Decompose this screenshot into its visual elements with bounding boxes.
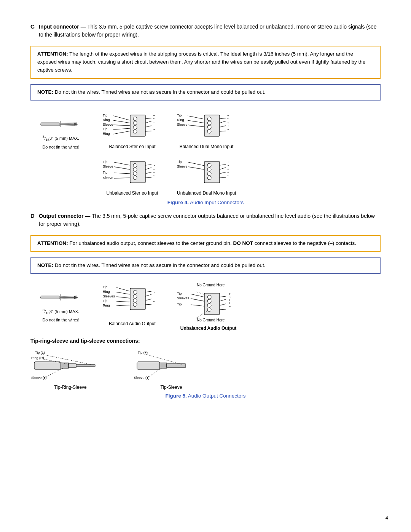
svg-line-119 <box>145 291 151 292</box>
attention-label-2: ATTENTION: <box>37 240 68 246</box>
svg-point-81 <box>207 163 211 167</box>
note-box-1: NOTE: Do not tin the wires. Tinned wires… <box>30 84 381 101</box>
output-do-not-tin-label: Do not tin the wires! <box>42 318 79 322</box>
svg-point-118 <box>133 303 137 307</box>
unbalanced-stereo-input-label: Unbalanced Ster eo Input <box>106 190 158 196</box>
svg-line-141 <box>220 299 226 301</box>
svg-text:Tip: Tip <box>177 113 182 117</box>
wire-strip-svg <box>32 113 89 136</box>
output-diagrams-section: 3/163" (5 mm) MAX. Do not tin the wires!… <box>30 283 381 331</box>
svg-point-83 <box>207 172 211 176</box>
section-c-bold: Input connector <box>39 24 79 30</box>
trs-figure: Tip (L) Ring (R) Sleeve (♦) Tip-Ring-Sle… <box>30 348 110 390</box>
output-row-1: Tip Ring Sleeves Tip Ring <box>103 283 240 331</box>
balanced-audio-output-svg: Tip Ring Sleeves Tip Ring <box>103 283 162 319</box>
svg-point-24 <box>133 129 137 133</box>
svg-rect-40 <box>204 115 220 136</box>
svg-line-110 <box>116 292 130 294</box>
svg-line-142 <box>220 304 226 305</box>
section-c-letter: C <box>30 23 39 30</box>
svg-point-43 <box>207 125 211 129</box>
page-number: 4 <box>386 515 388 521</box>
svg-text:Sleeve: Sleeve <box>177 123 188 126</box>
svg-line-109 <box>116 288 130 291</box>
section-d-letter: D <box>30 212 39 219</box>
svg-line-58 <box>114 162 130 165</box>
svg-line-86 <box>220 168 226 169</box>
svg-text:Tip: Tip <box>177 302 182 306</box>
svg-point-22 <box>133 121 137 125</box>
svg-point-63 <box>133 163 137 167</box>
svg-text:Tip: Tip <box>177 160 182 164</box>
connector-diagrams-output: Tip Ring Sleeves Tip Ring <box>103 283 240 331</box>
svg-line-68 <box>145 168 151 169</box>
section-d-body: — The 3.5 mm, 5-pole captive screw conne… <box>39 213 375 227</box>
figure5-caption: Figure 5. Audio Output Connectors <box>30 393 381 399</box>
svg-text:Sleeve: Sleeve <box>103 123 113 126</box>
svg-point-65 <box>133 172 137 176</box>
svg-text:Sleeves: Sleeves <box>177 296 190 300</box>
unbalanced-dual-mono-input-figure: Tip Sleeve + ~ + + <box>177 156 236 196</box>
tip-ring-title: Tip-ring-sleeve and tip-sleeve connectio… <box>30 338 381 344</box>
svg-line-120 <box>145 294 151 296</box>
input-row-2: Tip Sleeve Tip Sleeve <box>103 156 236 196</box>
svg-point-42 <box>207 121 211 125</box>
balanced-audio-output-label: Balanced Audio Output <box>109 321 156 326</box>
svg-text:~: ~ <box>227 117 229 121</box>
svg-line-60 <box>114 173 130 174</box>
note-text-2: Do not tin the wires. Tinned wires are n… <box>53 262 266 268</box>
svg-text:Ring: Ring <box>177 118 184 122</box>
tip-ring-section: Tip-ring-sleeve and tip-sleeve connectio… <box>30 338 381 390</box>
svg-rect-150 <box>34 362 61 369</box>
svg-text:~: ~ <box>227 163 229 167</box>
balanced-dual-mono-input-figure: Tip Ring Sleeve <box>177 110 236 149</box>
unbalanced-stereo-input-figure: Tip Sleeve Tip Sleeve <box>103 156 162 196</box>
svg-line-143 <box>220 309 226 310</box>
unbalanced-audio-output-figure: No Ground Here Tip Sleeves Tip <box>177 283 240 331</box>
svg-text:Sleeve (♦): Sleeve (♦) <box>31 376 47 380</box>
svg-line-39 <box>188 125 204 127</box>
svg-line-17 <box>113 125 130 126</box>
unbalanced-dual-mono-input-label: Unbalanced Dual Mono Input <box>177 190 236 196</box>
svg-rect-62 <box>130 161 145 183</box>
svg-text:Ring (R): Ring (R) <box>31 356 44 360</box>
connector-diagrams-input: Tip Ring Sleeve Tip Ring <box>103 110 236 196</box>
svg-point-136 <box>207 295 211 299</box>
svg-line-111 <box>116 297 130 298</box>
svg-text:Tip: Tip <box>177 292 182 296</box>
svg-line-69 <box>145 172 151 174</box>
svg-rect-152 <box>68 364 76 367</box>
svg-line-85 <box>220 165 226 165</box>
svg-point-41 <box>207 117 211 121</box>
figure5-title: Audio Output Connectors <box>188 393 246 399</box>
svg-line-48 <box>220 131 226 131</box>
svg-line-122 <box>145 304 151 305</box>
svg-point-117 <box>133 299 137 302</box>
svg-text:Sleeves: Sleeves <box>103 294 115 298</box>
svg-point-137 <box>207 299 211 303</box>
ts-label: Tip-Sleeve <box>161 385 182 390</box>
svg-point-44 <box>207 129 211 133</box>
attention-label-1: ATTENTION: <box>37 51 68 57</box>
svg-line-37 <box>188 116 204 119</box>
svg-line-15 <box>113 116 130 120</box>
trs-label: Tip-Ring-Sleeve <box>54 385 87 390</box>
svg-rect-114 <box>130 288 145 310</box>
note-label-1: NOTE: <box>37 89 53 95</box>
section-c: C Input connector — This 3.5 mm, 5-pole … <box>30 23 381 39</box>
figure4-link: Figure 4. Audio Input Connectors <box>167 200 244 205</box>
svg-text:Ring: Ring <box>103 132 110 136</box>
svg-line-113 <box>116 305 130 306</box>
svg-text:~: ~ <box>227 128 229 131</box>
attention-box-1: ATTENTION: The length of the exposed wir… <box>30 46 381 79</box>
svg-text:Sleeve (♦): Sleeve (♦) <box>134 376 150 380</box>
svg-text:Ring: Ring <box>103 118 110 122</box>
balanced-dual-mono-input-label: Balanced Dual Mono Input <box>180 144 233 149</box>
no-ground-bottom-label: No Ground Here <box>197 318 225 322</box>
svg-text:Sleeve: Sleeve <box>103 165 113 168</box>
svg-text:~: ~ <box>153 117 155 121</box>
svg-text:~: ~ <box>153 128 155 131</box>
attention-text-2b: connect sleeves to the negative (–) cont… <box>253 240 356 246</box>
do-not-tin-label: Do not tin the wires! <box>42 145 79 149</box>
input-diagrams-section: 3/163" (5 mm) MAX. Do not tin the wires!… <box>30 110 381 196</box>
